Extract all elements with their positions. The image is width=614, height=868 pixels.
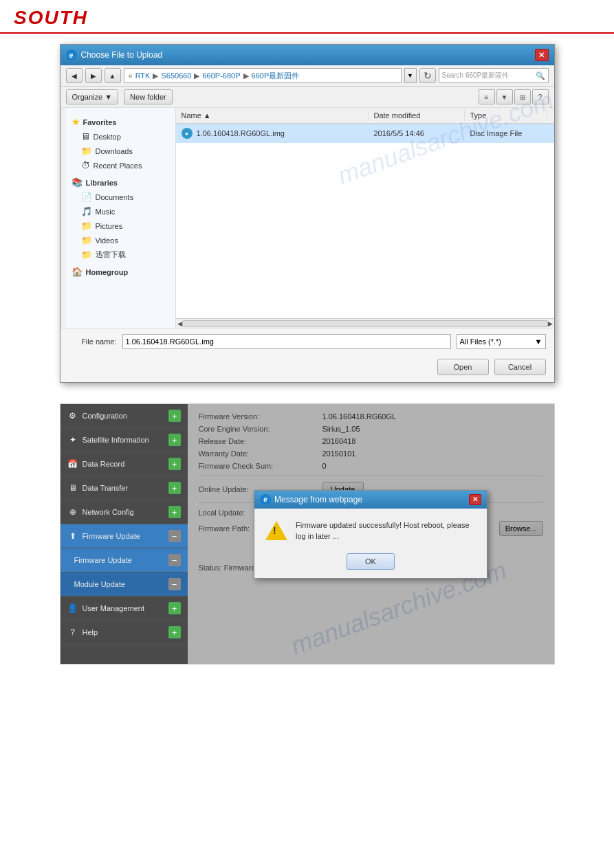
sidebar-item-videos[interactable]: 📁 Videos — [66, 233, 175, 247]
star-icon: ★ — [72, 117, 80, 127]
path-level3[interactable]: 660P最新固件 — [252, 71, 300, 81]
filename-label: File name: — [69, 337, 117, 346]
path-level1[interactable]: S650660 — [161, 71, 191, 80]
filetype-value: All Files (*.*) — [460, 337, 502, 346]
filename-input[interactable] — [122, 334, 451, 349]
search-bar[interactable]: Search 660P最新固件 🔍 — [439, 68, 549, 83]
homegroup-header: 🏠 Homegroup — [66, 265, 175, 279]
organize-button[interactable]: Organize ▼ — [66, 89, 119, 104]
menu-data-record[interactable]: 📅 Data Record + — [61, 452, 188, 476]
ie-icon: e — [66, 49, 77, 60]
firmware-sub-collapse[interactable]: − — [168, 554, 181, 566]
path-level2[interactable]: 660P-680P — [202, 71, 240, 80]
modal-overlay: e Message from webpage ✕ Firmware update… — [188, 404, 554, 664]
modal-ie-icon: e — [260, 494, 271, 505]
file-dialog-title-text: Choose File to Upload — [81, 50, 163, 60]
content-panel: Firmware Version: 1.06.160418.RG60GL Cor… — [188, 404, 554, 664]
firmware-icon: ⬆ — [67, 531, 78, 542]
view-large-button[interactable]: ⊞ — [514, 89, 531, 104]
sidebar-item-pictures[interactable]: 📁 Pictures — [66, 219, 175, 233]
data-transfer-icon: 🖥 — [67, 482, 78, 493]
page-content: e Choose File to Upload ✕ ◀ ▶ ▲ « RTK ▶ … — [0, 44, 614, 665]
sidebar-item-music[interactable]: 🎵 Music — [66, 204, 175, 219]
modal-dialog: e Message from webpage ✕ Firmware update… — [254, 490, 487, 579]
up-button[interactable]: ▲ — [105, 68, 121, 83]
file-list-body: ● 1.06.160418.RG60GL.img 2016/5/5 14:46 … — [176, 124, 554, 318]
scroll-left-btn[interactable]: ◀ — [177, 320, 182, 327]
column-date[interactable]: Date modified — [369, 110, 465, 121]
filetype-select[interactable]: All Files (*.*) ▼ — [457, 334, 546, 349]
sidebar-item-desktop[interactable]: 🖥 Desktop — [66, 129, 175, 144]
open-button[interactable]: Open — [437, 359, 489, 375]
actions-toolbar: Organize ▼ New folder ≡ ▼ ⊞ ? — [61, 87, 554, 108]
help-button[interactable]: ? — [532, 89, 549, 104]
scrollbar-track[interactable] — [182, 320, 548, 327]
recent-label: Recent Places — [94, 162, 142, 170]
menu-satellite[interactable]: ✦ Satellite Information + — [61, 428, 188, 452]
firmware-collapse[interactable]: − — [168, 530, 181, 542]
desktop-icon: 🖥 — [81, 131, 90, 142]
menu-data-transfer[interactable]: 🖥 Data Transfer + — [61, 476, 188, 500]
configuration-expand[interactable]: + — [168, 410, 181, 422]
user-expand[interactable]: + — [168, 602, 181, 614]
file-date-cell: 2016/5/5 14:46 — [369, 128, 465, 139]
ok-button[interactable]: OK — [347, 553, 395, 570]
new-folder-button[interactable]: New folder — [124, 89, 173, 104]
satellite-icon: ✦ — [67, 434, 78, 445]
menu-network-config[interactable]: ⊕ Network Config + — [61, 500, 188, 524]
company-logo: SOUTH — [14, 7, 88, 28]
firmware-sub-label: Firmware Update — [74, 556, 132, 564]
data-record-expand[interactable]: + — [168, 458, 181, 470]
modal-title: e Message from webpage — [260, 494, 362, 505]
pictures-icon: 📁 — [81, 221, 92, 231]
favorites-label: Favorites — [83, 118, 117, 126]
menu-firmware-update-sub[interactable]: Firmware Update − — [61, 548, 188, 572]
view-details-button[interactable]: ▼ — [496, 89, 513, 104]
firmware-label: Firmware Update — [83, 532, 140, 540]
menu-user-management[interactable]: 👤 User Management + — [61, 597, 188, 621]
menu-firmware-update[interactable]: ⬆ Firmware Update − — [61, 524, 188, 548]
menu-configuration[interactable]: ⚙ Configuration + — [61, 404, 188, 428]
data-transfer-expand[interactable]: + — [168, 482, 181, 494]
cancel-button[interactable]: Cancel — [494, 359, 546, 375]
libraries-header: 📚 Libraries — [66, 175, 175, 190]
scroll-right-btn[interactable]: ▶ — [548, 320, 553, 327]
view-list-button[interactable]: ≡ — [479, 89, 495, 104]
path-dropdown[interactable]: ▼ — [404, 68, 417, 83]
menu-module-update[interactable]: Module Update − — [61, 572, 188, 597]
path-root[interactable]: RTK — [135, 71, 151, 80]
sidebar-item-documents[interactable]: 📄 Documents — [66, 190, 175, 204]
refresh-button[interactable]: ↻ — [419, 68, 436, 83]
modal-footer: OK — [254, 549, 487, 578]
modal-body: Firmware updated successfully! Host rebo… — [254, 509, 487, 549]
sidebar-item-downloads[interactable]: 📁 Downloads — [66, 144, 175, 158]
satellite-expand[interactable]: + — [168, 434, 181, 446]
search-icon[interactable]: 🔍 — [536, 71, 545, 80]
file-type-cell: Disc Image File — [465, 128, 547, 139]
disc-icon: ● — [182, 128, 193, 139]
videos-icon: 📁 — [81, 235, 92, 245]
path-bar[interactable]: « RTK ▶ S650660 ▶ 660P-680P ▶ 660P最新固件 — [124, 68, 402, 83]
file-row[interactable]: ● 1.06.160418.RG60GL.img 2016/5/5 14:46 … — [176, 124, 554, 143]
column-type[interactable]: Type — [465, 110, 547, 121]
column-name[interactable]: Name ▲ — [176, 110, 369, 121]
horizontal-scrollbar[interactable]: ◀ ▶ — [176, 318, 554, 328]
path-sep1: ▶ — [153, 71, 158, 80]
back-button[interactable]: ◀ — [66, 68, 83, 83]
page-header: SOUTH — [0, 0, 614, 34]
network-expand[interactable]: + — [168, 506, 181, 518]
forward-button[interactable]: ▶ — [85, 68, 102, 83]
close-button[interactable]: ✕ — [535, 49, 549, 61]
navigation-toolbar: ◀ ▶ ▲ « RTK ▶ S650660 ▶ 660P-680P ▶ 660P… — [61, 65, 554, 87]
modal-close-button[interactable]: ✕ — [469, 494, 481, 505]
filetype-dropdown-icon: ▼ — [535, 337, 542, 346]
library-icon: 📚 — [72, 177, 83, 188]
module-collapse[interactable]: − — [168, 578, 181, 590]
path-separator: « — [129, 71, 133, 80]
sidebar-item-recent[interactable]: ⏱ Recent Places — [66, 158, 175, 173]
user-label: User Management — [83, 604, 145, 612]
help-expand[interactable]: + — [168, 626, 181, 638]
sidebar-item-xunlei[interactable]: 📁 迅雷下载 — [66, 247, 175, 262]
menu-help[interactable]: ? Help + — [61, 621, 188, 645]
favorites-section: ★ Favorites 🖥 Desktop 📁 Downloads ⏱ Rece… — [66, 113, 175, 174]
